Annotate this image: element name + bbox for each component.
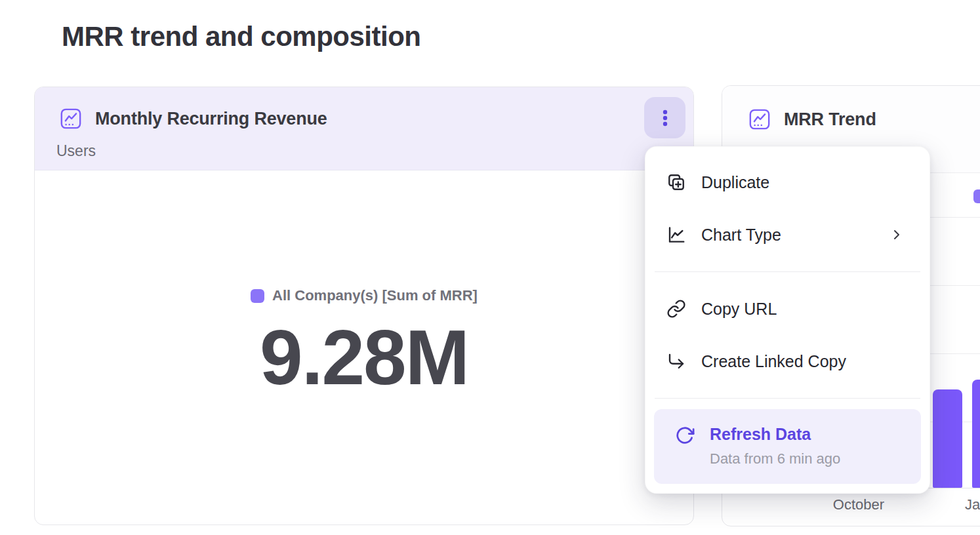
refresh-texts: Refresh Data Data from 6 min ago — [710, 425, 840, 484]
chart-type-icon — [666, 225, 686, 245]
chart-widget-icon — [748, 108, 771, 130]
card-subtitle: Users — [56, 142, 96, 160]
page-title: MRR trend and composition — [62, 21, 421, 52]
card-title: MRR Trend — [784, 109, 876, 130]
refresh-icon — [675, 426, 695, 445]
menu-item-label: Duplicate — [701, 173, 905, 192]
menu-divider — [655, 271, 920, 272]
legend-swatch — [973, 189, 980, 203]
menu-item-create-linked-copy[interactable]: Create Linked Copy — [645, 335, 929, 387]
bar — [972, 380, 980, 488]
menu-item-refresh-data[interactable]: Refresh Data Data from 6 min ago — [654, 409, 921, 484]
bar — [933, 389, 962, 488]
card-menu-button[interactable] — [644, 97, 685, 138]
card-title-row: MRR Trend — [748, 108, 876, 130]
menu-item-copy-url[interactable]: Copy URL — [645, 283, 929, 335]
chevron-right-icon — [889, 227, 905, 243]
chart-widget-icon — [60, 108, 82, 130]
menu-item-label: Copy URL — [701, 300, 905, 319]
x-tick-label: Ja — [965, 496, 980, 513]
card-context-menu: Duplicate Chart Type Copy URL Create Lin… — [645, 146, 930, 494]
duplicate-icon — [666, 172, 686, 192]
menu-item-duplicate[interactable]: Duplicate — [645, 156, 929, 208]
menu-item-label: Chart Type — [701, 226, 874, 245]
big-number-value: 9.28M — [260, 319, 468, 396]
big-number-block: All Company(s) [Sum of MRR] 9.28M — [35, 287, 693, 396]
menu-divider — [655, 398, 920, 399]
legend-swatch — [251, 289, 264, 303]
corner-down-right-icon — [666, 351, 686, 371]
legend-label: All Company(s) [Sum of MRR] — [272, 287, 478, 304]
x-tick-label: October — [833, 496, 884, 513]
refresh-data-age: Data from 6 min ago — [710, 450, 840, 467]
legend-row: All Company(s) [Sum of MRR] — [251, 287, 478, 304]
link-icon — [666, 299, 686, 319]
card-monthly-recurring-revenue: Monthly Recurring Revenue Users All Comp… — [34, 87, 694, 525]
menu-item-label: Refresh Data — [710, 425, 840, 444]
card-title: Monthly Recurring Revenue — [95, 109, 327, 129]
card-title-row: Monthly Recurring Revenue — [60, 108, 327, 130]
menu-item-label: Create Linked Copy — [701, 352, 905, 371]
kebab-icon — [654, 107, 676, 129]
menu-item-chart-type[interactable]: Chart Type — [645, 208, 929, 261]
card-header: Monthly Recurring Revenue Users — [35, 87, 693, 170]
